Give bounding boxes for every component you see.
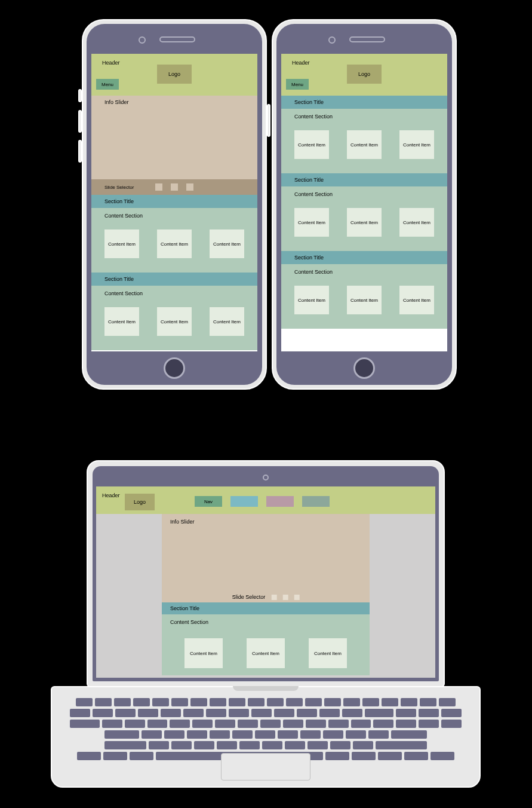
slide-selector-label: Slide Selector [232, 594, 266, 600]
section-title-label: Section Title [104, 198, 134, 204]
content-section-block: Content Section Content Item Content Ite… [162, 614, 370, 675]
section-title-label: Section Title [170, 605, 199, 611]
content-item[interactable]: Content Item [157, 229, 192, 258]
section-title-block: Section Title [91, 273, 257, 286]
key [114, 698, 131, 706]
content-items-row: Content Item Content Item Content Item [294, 208, 434, 247]
key [330, 741, 350, 749]
key [142, 730, 162, 739]
logo-block[interactable]: Logo [125, 494, 155, 510]
key [70, 720, 100, 728]
slide-dot[interactable] [186, 183, 193, 191]
content-item[interactable]: Content Item [399, 208, 434, 237]
key [93, 709, 113, 717]
section-title-label: Section Title [294, 255, 324, 261]
key [104, 730, 139, 739]
phone-bezel: Header Logo Menu Section Title Content S… [276, 24, 452, 385]
content-item[interactable]: Content Item [184, 638, 223, 668]
info-slider-label: Info Slider [104, 99, 129, 105]
key [278, 730, 298, 739]
content-item[interactable]: Content Item [210, 229, 244, 258]
slide-dots [155, 183, 193, 191]
key [328, 720, 349, 728]
header-block: Header Logo Nav [96, 486, 435, 514]
nav-item[interactable]: Nav [195, 496, 222, 507]
nav-item[interactable] [302, 496, 330, 507]
key [396, 720, 416, 728]
content-item[interactable]: Content Item [309, 638, 347, 668]
key [319, 709, 340, 717]
key [183, 709, 204, 717]
content-item[interactable]: Content Item [399, 130, 434, 159]
menu-button[interactable]: Menu [96, 79, 119, 90]
key [76, 698, 93, 706]
slide-dot[interactable] [271, 595, 276, 600]
nav-item[interactable] [266, 496, 294, 507]
phone-screen-left: Header Logo Menu Info Slider Slide Selec… [91, 54, 257, 351]
home-button[interactable] [353, 357, 375, 379]
content-items-row: Content Item Content Item Content Item [294, 130, 434, 170]
content-item[interactable]: Content Item [104, 229, 139, 258]
info-slider-block[interactable]: Info Slider [91, 96, 257, 179]
home-button[interactable] [164, 357, 185, 379]
section-title-block: Section Title [91, 195, 257, 208]
key [102, 720, 122, 728]
key [149, 741, 169, 749]
content-item[interactable]: Content Item [104, 307, 139, 336]
slide-dot[interactable] [155, 183, 162, 191]
slide-dot[interactable] [282, 595, 288, 600]
section-title-block: Section Title [162, 602, 370, 614]
logo-block[interactable]: Logo [347, 65, 382, 84]
key [147, 720, 168, 728]
section-title-block: Section Title [281, 251, 447, 264]
slide-selector-block[interactable]: Slide Selector [232, 594, 300, 600]
content-section-label: Content Section [294, 191, 434, 197]
slide-dot[interactable] [294, 595, 299, 600]
content-item[interactable]: Content Item [294, 286, 329, 314]
slide-selector-block[interactable]: Slide Selector [91, 179, 257, 195]
info-slider-label: Info Slider [170, 519, 195, 525]
key [376, 741, 427, 749]
key [77, 752, 101, 760]
key [342, 709, 362, 717]
key [70, 709, 90, 717]
laptop-hinge [233, 686, 299, 691]
key [439, 698, 456, 706]
content-item[interactable]: Content Item [347, 130, 382, 159]
key [210, 730, 230, 739]
content-item[interactable]: Content Item [157, 307, 192, 336]
content-item[interactable]: Content Item [294, 208, 329, 237]
header-label: Header [102, 492, 120, 498]
info-slider-block[interactable]: Info Slider Slide Selector [162, 514, 370, 602]
content-item[interactable]: Content Item [294, 130, 329, 159]
key [232, 730, 253, 739]
trackpad[interactable] [221, 753, 310, 781]
content-item[interactable]: Content Item [347, 208, 382, 237]
key [248, 698, 265, 706]
content-item[interactable]: Content Item [347, 286, 382, 314]
camera-icon [139, 36, 146, 44]
key [115, 709, 136, 717]
key [352, 752, 376, 760]
key [305, 698, 322, 706]
key [419, 709, 439, 717]
content-section-label: Content Section [294, 114, 434, 120]
content-section-label: Content Section [104, 213, 244, 219]
nav-item[interactable] [230, 496, 258, 507]
key [378, 752, 402, 760]
content-items-row: Content Item Content Item Content Item [104, 229, 244, 269]
key [217, 741, 237, 749]
content-item[interactable]: Content Item [210, 307, 244, 336]
section-title-label: Section Title [294, 177, 324, 183]
phone-side-button [267, 104, 270, 137]
content-item[interactable]: Content Item [247, 638, 285, 668]
key [103, 752, 127, 760]
logo-block[interactable]: Logo [157, 65, 192, 84]
key [286, 698, 303, 706]
content-item[interactable]: Content Item [399, 286, 434, 314]
key [192, 720, 213, 728]
menu-button[interactable]: Menu [286, 79, 309, 90]
content-items-row: Content Item Content Item Content Item [170, 638, 361, 675]
slide-dot[interactable] [171, 183, 178, 191]
content-section-label: Content Section [170, 619, 361, 625]
